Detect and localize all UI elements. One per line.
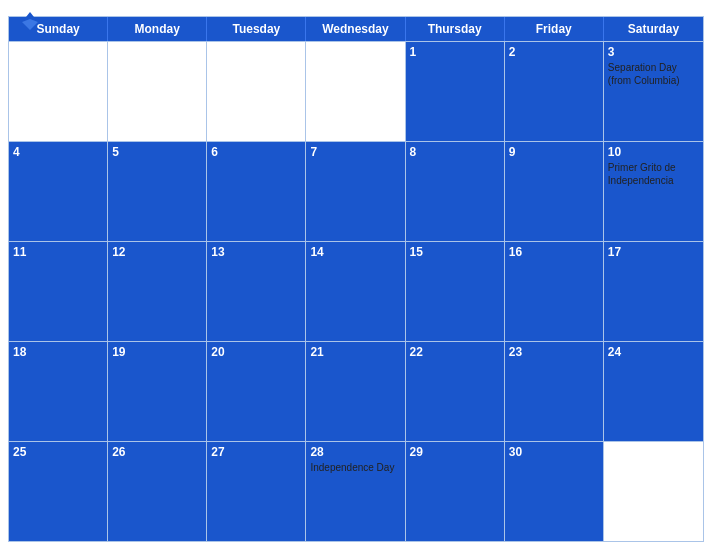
- logo: [16, 8, 48, 36]
- table-row: 28Independence Day: [306, 442, 405, 541]
- table-row: 6: [207, 142, 306, 241]
- table-row: 27: [207, 442, 306, 541]
- table-row: 12: [108, 242, 207, 341]
- day-number: 17: [608, 245, 699, 259]
- table-row: 21: [306, 342, 405, 441]
- table-row: 17: [604, 242, 703, 341]
- day-number: 30: [509, 445, 599, 459]
- weekday-header-wednesday: Wednesday: [306, 17, 405, 41]
- table-row: 20: [207, 342, 306, 441]
- table-row: 3Separation Day (from Columbia): [604, 42, 703, 141]
- day-number: 4: [13, 145, 103, 159]
- day-number: 9: [509, 145, 599, 159]
- table-row: 16: [505, 242, 604, 341]
- table-row: 2: [505, 42, 604, 141]
- calendar-week-1: 123Separation Day (from Columbia): [9, 41, 703, 141]
- day-number: 11: [13, 245, 103, 259]
- day-number: 29: [410, 445, 500, 459]
- weekday-header-thursday: Thursday: [406, 17, 505, 41]
- holiday-label: Separation Day (from Columbia): [608, 61, 699, 87]
- day-number: 24: [608, 345, 699, 359]
- weekday-header-row: SundayMondayTuesdayWednesdayThursdayFrid…: [9, 17, 703, 41]
- table-row: 15: [406, 242, 505, 341]
- table-row: 19: [108, 342, 207, 441]
- table-row: 30: [505, 442, 604, 541]
- day-number: 19: [112, 345, 202, 359]
- calendar-week-2: 45678910Primer Grito de Independencia: [9, 141, 703, 241]
- table-row: 25: [9, 442, 108, 541]
- weekday-header-friday: Friday: [505, 17, 604, 41]
- table-row: 10Primer Grito de Independencia: [604, 142, 703, 241]
- day-number: 23: [509, 345, 599, 359]
- table-row: 24: [604, 342, 703, 441]
- day-number: 15: [410, 245, 500, 259]
- calendar-body: 123Separation Day (from Columbia)4567891…: [9, 41, 703, 541]
- day-number: 20: [211, 345, 301, 359]
- table-row: 1: [406, 42, 505, 141]
- day-number: 2: [509, 45, 599, 59]
- holiday-label: Primer Grito de Independencia: [608, 161, 699, 187]
- day-number: 14: [310, 245, 400, 259]
- table-row: 22: [406, 342, 505, 441]
- day-number: 18: [13, 345, 103, 359]
- day-number: 25: [13, 445, 103, 459]
- calendar-page: SundayMondayTuesdayWednesdayThursdayFrid…: [0, 0, 712, 550]
- table-row: [207, 42, 306, 141]
- day-number: 28: [310, 445, 400, 459]
- calendar-week-3: 11121314151617: [9, 241, 703, 341]
- day-number: 3: [608, 45, 699, 59]
- day-number: 12: [112, 245, 202, 259]
- table-row: 13: [207, 242, 306, 341]
- logo-icon: [16, 8, 44, 36]
- day-number: 10: [608, 145, 699, 159]
- holiday-label: Independence Day: [310, 461, 400, 474]
- day-number: 22: [410, 345, 500, 359]
- weekday-header-monday: Monday: [108, 17, 207, 41]
- table-row: 4: [9, 142, 108, 241]
- table-row: [306, 42, 405, 141]
- day-number: 7: [310, 145, 400, 159]
- calendar-week-4: 18192021222324: [9, 341, 703, 441]
- table-row: 29: [406, 442, 505, 541]
- table-row: 14: [306, 242, 405, 341]
- day-number: 5: [112, 145, 202, 159]
- day-number: 26: [112, 445, 202, 459]
- day-number: 1: [410, 45, 500, 59]
- day-number: 21: [310, 345, 400, 359]
- day-number: 8: [410, 145, 500, 159]
- weekday-header-tuesday: Tuesday: [207, 17, 306, 41]
- table-row: [604, 442, 703, 541]
- table-row: 11: [9, 242, 108, 341]
- day-number: 27: [211, 445, 301, 459]
- table-row: 18: [9, 342, 108, 441]
- table-row: 9: [505, 142, 604, 241]
- day-number: 13: [211, 245, 301, 259]
- table-row: [9, 42, 108, 141]
- table-row: [108, 42, 207, 141]
- table-row: 5: [108, 142, 207, 241]
- table-row: 26: [108, 442, 207, 541]
- table-row: 23: [505, 342, 604, 441]
- calendar-week-5: 25262728Independence Day2930: [9, 441, 703, 541]
- weekday-header-saturday: Saturday: [604, 17, 703, 41]
- day-number: 16: [509, 245, 599, 259]
- day-number: 6: [211, 145, 301, 159]
- table-row: 7: [306, 142, 405, 241]
- table-row: 8: [406, 142, 505, 241]
- calendar-header: [0, 0, 712, 16]
- calendar-grid: SundayMondayTuesdayWednesdayThursdayFrid…: [8, 16, 704, 542]
